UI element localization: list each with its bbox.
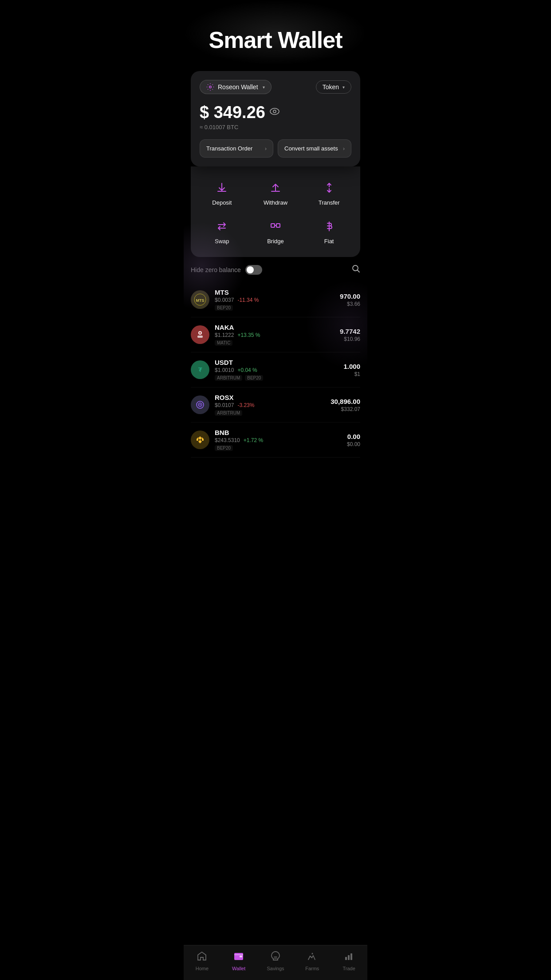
token-item-naka[interactable]: NAKA $1.1222 +13.35 % MATIC 9.7742 $10.9… [191, 317, 360, 352]
fiat-label: Fiat [324, 238, 334, 245]
token-price-row-usdt: $1.0010 +0.04 % [215, 367, 338, 373]
svg-point-11 [199, 332, 201, 334]
token-amount-rosx: 30,896.00 [331, 398, 360, 405]
withdraw-label: Withdraw [264, 199, 287, 206]
svg-point-1 [270, 108, 279, 115]
token-tag-bep20-usdt: BEP20 [245, 375, 263, 381]
token-price-row-rosx: $0.0107 -3.23% [215, 402, 325, 408]
actions-grid: Deposit Withdraw [195, 175, 356, 248]
token-price-row-mts: $0.0037 -11.34 % [215, 297, 335, 303]
token-value-rosx: $332.07 [331, 406, 360, 412]
token-selector[interactable]: Token ▾ [316, 80, 351, 94]
token-price-usdt: $1.0010 [215, 367, 234, 373]
wallet-selector[interactable]: Roseon Wallet ▾ [200, 80, 272, 94]
hero-section: Smart Wallet [184, 0, 367, 67]
token-name-mts: MTS [215, 288, 335, 296]
token-price-naka: $1.1222 [215, 332, 234, 338]
eye-icon[interactable] [270, 108, 279, 117]
token-amount-usdt: 1.000 [343, 363, 360, 370]
token-info-naka: NAKA $1.1222 +13.35 % MATIC [215, 324, 335, 346]
token-tag-arbitrum-rosx: ARBITRUM [215, 410, 242, 416]
token-item-mts[interactable]: MTS MTS $0.0037 -11.34 % BEP20 970.00 $3… [191, 282, 360, 317]
withdraw-action[interactable]: Withdraw [249, 175, 303, 209]
svg-point-0 [209, 86, 212, 88]
token-tags-naka: MATIC [215, 340, 335, 346]
hide-zero-row: Hide zero balance [191, 265, 262, 275]
token-amount-bnb: 0.00 [347, 433, 360, 440]
token-price-row-bnb: $243.5310 +1.72 % [215, 437, 342, 443]
search-icon-button[interactable] [351, 264, 360, 275]
svg-rect-3 [271, 224, 275, 227]
token-value-mts: $3.66 [340, 301, 360, 307]
token-logo-bnb [191, 431, 209, 449]
token-amount-naka: 9.7742 [340, 328, 360, 335]
token-change-naka: +13.35 % [237, 332, 260, 338]
wallet-selector-chevron: ▾ [263, 85, 265, 90]
token-logo-mts: MTS [191, 290, 209, 309]
swap-icon [213, 217, 231, 235]
token-change-rosx: -3.23% [237, 402, 254, 408]
action-buttons-row: Transaction Order › Convert small assets… [200, 139, 351, 158]
hero-title: Smart Wallet [193, 27, 358, 53]
token-value-usdt: $1 [343, 371, 360, 377]
token-item-bnb[interactable]: BNB $243.5310 +1.72 % BEP20 0.00 $0.00 [191, 423, 360, 458]
token-balance-usdt: 1.000 $1 [343, 363, 360, 377]
token-change-bnb: +1.72 % [244, 437, 263, 443]
token-list: MTS MTS $0.0037 -11.34 % BEP20 970.00 $3… [191, 282, 360, 458]
swap-label: Swap [215, 238, 229, 245]
token-price-row-naka: $1.1222 +13.35 % [215, 332, 335, 338]
toggle-knob [247, 266, 254, 273]
token-tag-bep20-mts: BEP20 [215, 305, 233, 311]
svg-text:₮: ₮ [198, 367, 202, 373]
transaction-order-chevron: › [265, 146, 267, 152]
token-name-bnb: BNB [215, 429, 342, 436]
page-wrapper: Smart Wallet Roseon Wallet ▾ Token ▾ $ 3… [184, 0, 367, 458]
token-change-mts: -11.34 % [237, 297, 259, 303]
deposit-icon [213, 179, 231, 197]
token-tag-matic: MATIC [215, 340, 232, 346]
token-tag-arbitrum-usdt: ARBITRUM [215, 375, 242, 381]
token-balance-bnb: 0.00 $0.00 [347, 433, 360, 447]
transfer-action[interactable]: Transfer [302, 175, 356, 209]
token-list-header: Hide zero balance [191, 264, 360, 275]
token-balance-rosx: 30,896.00 $332.07 [331, 398, 360, 412]
token-info-rosx: ROSX $0.0107 -3.23% ARBITRUM [215, 394, 325, 416]
token-name-usdt: USDT [215, 359, 338, 366]
transfer-label: Transfer [319, 199, 340, 206]
convert-small-assets-button[interactable]: Convert small assets › [278, 139, 351, 158]
token-logo-rosx [191, 395, 209, 414]
wallet-selector-label: Roseon Wallet [218, 83, 258, 91]
token-name-naka: NAKA [215, 324, 335, 331]
token-info-usdt: USDT $1.0010 +0.04 % ARBITRUM BEP20 [215, 359, 338, 381]
token-change-usdt: +0.04 % [237, 367, 257, 373]
actions-section: Deposit Withdraw [191, 166, 360, 257]
balance-btc: ≈ 0.01007 BTC [200, 124, 351, 130]
token-item-rosx[interactable]: ROSX $0.0107 -3.23% ARBITRUM 30,896.00 $… [191, 387, 360, 423]
swap-action[interactable]: Swap [195, 214, 249, 248]
token-list-section: Hide zero balance MTS [191, 264, 360, 458]
bridge-label: Bridge [267, 238, 284, 245]
convert-small-assets-label: Convert small assets [284, 145, 338, 152]
token-amount-mts: 970.00 [340, 292, 360, 300]
token-logo-usdt: ₮ [191, 360, 209, 379]
wallet-card-header: Roseon Wallet ▾ Token ▾ [200, 80, 351, 94]
svg-rect-10 [197, 336, 203, 338]
token-balance-mts: 970.00 $3.66 [340, 292, 360, 307]
bridge-action[interactable]: Bridge [249, 214, 303, 248]
transaction-order-label: Transaction Order [206, 145, 252, 152]
hide-zero-toggle[interactable] [245, 265, 262, 275]
hide-zero-label: Hide zero balance [191, 266, 241, 273]
fiat-icon [320, 217, 338, 235]
token-tags-mts: BEP20 [215, 305, 335, 311]
svg-point-17 [200, 404, 201, 406]
transaction-order-button[interactable]: Transaction Order › [200, 139, 273, 158]
transfer-icon [320, 179, 338, 197]
deposit-action[interactable]: Deposit [195, 175, 249, 209]
svg-point-2 [273, 110, 276, 113]
token-value-bnb: $0.00 [347, 441, 360, 447]
token-name-rosx: ROSX [215, 394, 325, 401]
balance-display: $ 349.26 [200, 103, 351, 122]
token-item-usdt[interactable]: ₮ USDT $1.0010 +0.04 % ARBITRUM BEP20 1.… [191, 352, 360, 387]
withdraw-icon [267, 179, 284, 197]
fiat-action[interactable]: Fiat [302, 214, 356, 248]
